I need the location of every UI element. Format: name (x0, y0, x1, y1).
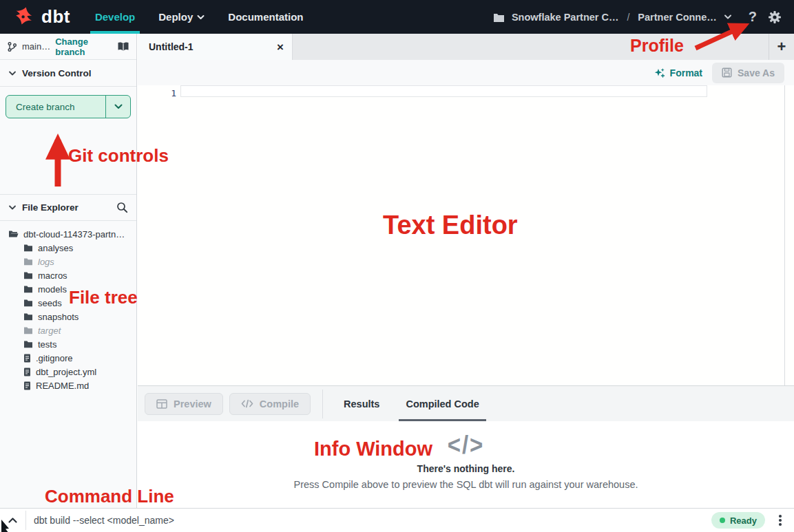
nav-deploy[interactable]: Deploy (158, 0, 205, 34)
breadcrumb-separator: / (627, 12, 629, 23)
tab-bar-filler (293, 34, 769, 60)
folder-icon (23, 257, 33, 266)
kebab-menu-icon[interactable] (773, 515, 787, 526)
file-tree-item-label: target (38, 326, 61, 336)
file-tree-item-label: analyses (38, 243, 73, 253)
compile-button[interactable]: Compile (229, 393, 311, 415)
tab-untitled-1[interactable]: Untitled-1 × (138, 34, 293, 60)
editor-toolbar: Format Save As (138, 60, 794, 85)
file-tree-item[interactable]: macros (0, 268, 136, 282)
dbt-cloud-ide: dbt Develop Deploy Documentation Snowfla… (0, 0, 794, 532)
annotation-file-tree: File tree (69, 287, 138, 308)
tab-compiled-code[interactable]: Compiled Code (399, 386, 485, 421)
nav-develop[interactable]: Develop (95, 0, 135, 34)
file-tree-item[interactable]: README.md (0, 379, 136, 392)
folder-icon (23, 299, 33, 307)
file-tree-item-label: tests (38, 339, 56, 350)
dbt-logo[interactable]: dbt (11, 5, 70, 30)
file-tree-item-label: dbt-cloud-114373-partn… (23, 229, 125, 240)
save-as-button[interactable]: Save As (712, 63, 784, 83)
folder-icon (23, 244, 33, 252)
file-icon (23, 354, 31, 363)
file-explorer-header[interactable]: File Explorer (0, 194, 136, 221)
info-window: </> There's nothing here. Press Compile … (138, 421, 794, 508)
preview-button[interactable]: Preview (145, 393, 223, 415)
file-tree-item[interactable]: analyses (0, 241, 136, 255)
nav-documentation-label: Documentation (228, 11, 303, 23)
nav-documentation[interactable]: Documentation (228, 0, 303, 34)
docs-book-icon[interactable] (117, 41, 129, 52)
search-icon[interactable] (116, 202, 128, 213)
file-tree-item-label: seeds (38, 298, 62, 308)
new-tab-button[interactable]: + (769, 34, 794, 60)
save-as-label: Save As (738, 67, 775, 78)
close-tab-icon[interactable]: × (277, 41, 284, 53)
folder-icon (23, 285, 33, 293)
annotation-profile: Profile (630, 36, 684, 56)
git-branch-icon (7, 41, 17, 52)
dbt-logo-icon (11, 5, 36, 30)
gear-icon[interactable] (768, 10, 782, 24)
nav-deploy-label: Deploy (158, 11, 193, 23)
chevron-up-icon[interactable] (0, 517, 25, 524)
file-tree-item[interactable]: logs (0, 255, 136, 268)
file-tree-item-label: .gitignore (36, 353, 72, 363)
editor-column: Untitled-1 × + Format (138, 34, 794, 508)
file-tree-item-label: logs (38, 257, 54, 267)
folder-open-icon (8, 230, 19, 238)
help-icon[interactable]: ? (749, 9, 757, 25)
format-label: Format (670, 67, 702, 78)
file-tree-item-label: dbt_project.yml (36, 367, 96, 377)
file-icon (23, 368, 31, 376)
annotation-text-editor: Text Editor (383, 211, 518, 240)
file-explorer-title: File Explorer (22, 202, 79, 213)
file-tree-item[interactable]: dbt-cloud-114373-partn… (0, 227, 136, 241)
format-button[interactable]: Format (654, 67, 702, 78)
nav-develop-label: Develop (95, 11, 135, 23)
folder-icon (23, 340, 33, 348)
folder-icon (23, 271, 33, 279)
file-tree-item[interactable]: target (0, 323, 136, 337)
file-tree-item-label: snapshots (38, 312, 79, 322)
editor-scrollbar-divider (784, 85, 785, 385)
annotation-info-window: Info Window (314, 438, 432, 460)
empty-state-subtitle: Press Compile above to preview the SQL d… (294, 479, 638, 490)
project-name[interactable]: Snowflake Partner C… (512, 12, 619, 23)
folder-icon (23, 312, 33, 321)
version-control-header[interactable]: Version Control (0, 60, 136, 87)
empty-state-title: There's nothing here. (417, 463, 515, 474)
create-branch-button[interactable]: Create branch (6, 95, 131, 118)
chevron-down-icon (8, 70, 17, 76)
table-icon (156, 399, 167, 409)
create-branch-dropdown[interactable] (105, 96, 130, 118)
annotation-git-controls: Git controls (68, 145, 169, 167)
version-control-title: Version Control (22, 68, 92, 78)
chevron-down-icon (197, 14, 205, 20)
file-tree-item-label: README.md (36, 381, 89, 391)
sidebar: main… Change branch Version Control Crea… (0, 34, 137, 508)
file-tree-item[interactable]: dbt_project.yml (0, 365, 136, 379)
tab-results[interactable]: Results (344, 386, 379, 421)
navbar-right: Snowflake Partner C… / Partner Conne… ? (493, 9, 782, 25)
save-icon (722, 67, 732, 78)
editor-tab-bar: Untitled-1 × + (138, 34, 794, 60)
sparkle-icon (654, 67, 665, 78)
file-tree-item[interactable]: snapshots (0, 310, 136, 323)
chevron-down-icon (8, 204, 17, 211)
preview-label: Preview (174, 398, 211, 409)
create-branch-label[interactable]: Create branch (6, 96, 105, 118)
current-branch-label: main… (22, 41, 50, 52)
line-number: 1 (138, 86, 176, 98)
command-input[interactable] (26, 515, 711, 526)
file-icon (23, 381, 31, 390)
bottom-panel-toolbar: Preview Compile Results Compiled Code (138, 385, 794, 421)
command-bar: Ready (0, 508, 794, 532)
compile-label: Compile (260, 398, 299, 409)
chevron-down-icon[interactable] (724, 14, 732, 20)
environment-name[interactable]: Partner Conne… (638, 12, 716, 23)
file-tree-item[interactable]: .gitignore (0, 351, 136, 365)
file-tree-item-label: macros (38, 270, 67, 281)
active-line-highlight[interactable] (180, 85, 707, 97)
file-tree-item[interactable]: tests (0, 337, 136, 351)
change-branch-link[interactable]: Change branch (55, 36, 112, 57)
